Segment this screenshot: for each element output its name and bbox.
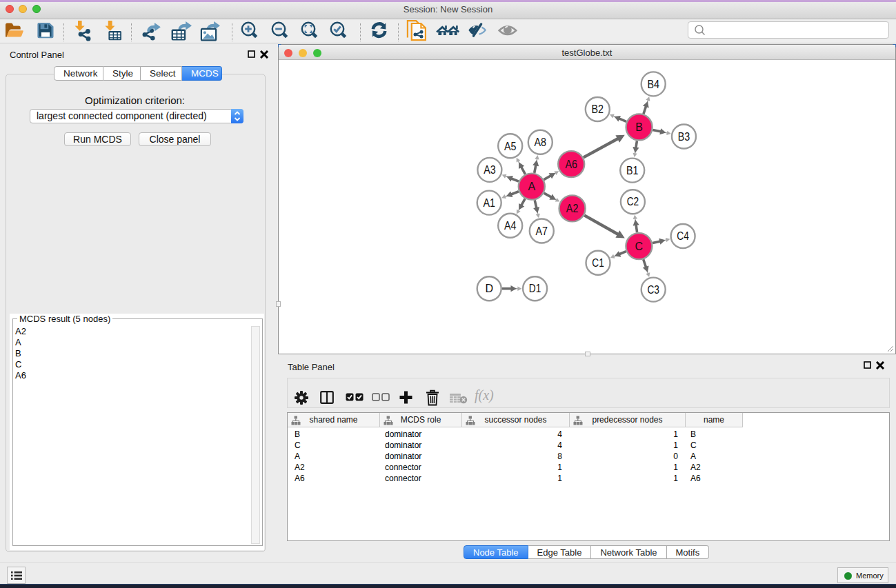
svg-text:D1: D1	[529, 283, 541, 294]
svg-text:B1: B1	[626, 165, 639, 176]
svg-text:C2: C2	[627, 196, 639, 207]
svg-text:C3: C3	[647, 284, 659, 296]
svg-text:A3: A3	[484, 164, 496, 176]
svg-text:D: D	[485, 283, 493, 294]
svg-text:C4: C4	[677, 230, 689, 242]
svg-text:B2: B2	[592, 103, 604, 115]
svg-text:B3: B3	[678, 131, 690, 143]
svg-text:A1: A1	[483, 197, 495, 209]
svg-text:A4: A4	[504, 220, 517, 232]
svg-text:B: B	[635, 121, 643, 133]
svg-text:A: A	[528, 181, 535, 192]
svg-text:A6: A6	[565, 159, 577, 170]
svg-text:A2: A2	[566, 203, 579, 214]
svg-text:A7: A7	[536, 225, 548, 237]
svg-text:C1: C1	[592, 257, 604, 269]
svg-text:A8: A8	[535, 136, 547, 148]
svg-text:C: C	[635, 241, 644, 252]
svg-text:B4: B4	[647, 79, 659, 90]
svg-text:A5: A5	[504, 141, 517, 152]
